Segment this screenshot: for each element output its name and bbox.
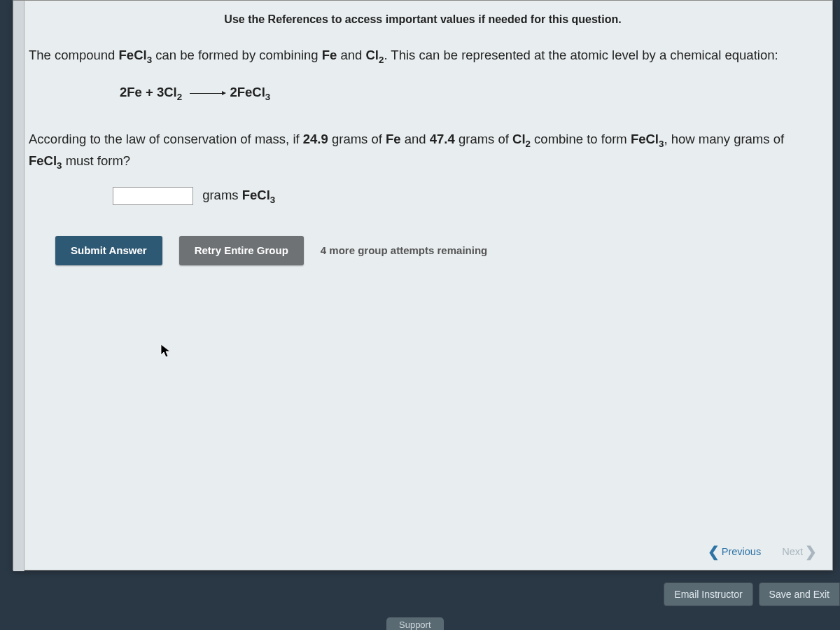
support-tab[interactable]: Support: [386, 617, 444, 630]
equation-right: 2FeCl: [230, 85, 265, 99]
unit-label: grams FeCl3: [202, 188, 275, 202]
product: FeCl3: [631, 132, 664, 146]
pagination-nav: ❮ Previous Next ❯: [708, 545, 817, 559]
save-exit-button[interactable]: Save and Exit: [759, 582, 840, 606]
subscript: 2: [177, 92, 182, 102]
question-body: The compound FeCl3 can be formed by comb…: [13, 46, 832, 265]
reactant: Cl2: [366, 48, 384, 62]
text-fragment: Cl: [512, 132, 526, 146]
text-fragment: According to the law of conservation of …: [29, 132, 303, 146]
species: Cl2: [512, 132, 531, 146]
mass-value: 24.9: [303, 132, 328, 146]
action-row: Submit Answer Retry Entire Group 4 more …: [29, 236, 817, 265]
references-hint: Use the References to access important v…: [13, 1, 832, 46]
nav-label: Previous: [722, 546, 761, 557]
subscript: 3: [57, 160, 62, 171]
product: FeCl3: [29, 153, 62, 168]
text-fragment: . This can be represented at the atomic …: [384, 48, 778, 62]
conservation-paragraph: According to the law of conservation of …: [29, 130, 817, 174]
text-fragment: combine to form: [531, 132, 631, 146]
text-fragment: grams: [202, 188, 242, 202]
equation-left: 2Fe + 3Cl: [120, 85, 177, 99]
unit-species: FeCl3: [242, 188, 276, 202]
reactant: Fe: [322, 48, 337, 62]
mass-value: 47.4: [430, 132, 455, 146]
previous-button[interactable]: ❮ Previous: [708, 545, 761, 559]
submit-answer-button[interactable]: Submit Answer: [55, 236, 162, 265]
scrollbar-left[interactable]: [13, 1, 24, 571]
text-fragment: must form?: [62, 153, 131, 168]
text-fragment: and: [401, 132, 430, 146]
chevron-right-icon: ❯: [805, 545, 817, 559]
text-fragment: , how many grams of: [664, 132, 784, 146]
email-instructor-button[interactable]: Email Instructor: [664, 582, 752, 606]
text-fragment: FeCl: [119, 48, 147, 62]
subscript: 2: [526, 138, 531, 148]
footer-actions: Email Instructor Save and Exit: [664, 582, 840, 606]
subscript: 3: [147, 55, 152, 65]
text-fragment: can be formed by combining: [152, 48, 322, 62]
question-panel: Use the References to access important v…: [13, 0, 833, 570]
nav-label: Next: [782, 546, 803, 557]
text-fragment: The compound: [29, 48, 119, 62]
subscript: 3: [270, 195, 275, 205]
chemical-equation: 2Fe + 3Cl2 2FeCl3: [29, 83, 817, 104]
next-button[interactable]: Next ❯: [782, 545, 817, 559]
text-fragment: FeCl: [631, 132, 659, 146]
subscript: 3: [265, 92, 270, 102]
text-fragment: Cl: [366, 48, 379, 62]
retry-group-button[interactable]: Retry Entire Group: [179, 236, 304, 265]
species: Fe: [386, 132, 401, 146]
text-fragment: FeCl: [242, 188, 270, 202]
attempts-remaining: 4 more group attempts remaining: [321, 242, 487, 258]
chevron-left-icon: ❮: [708, 545, 720, 559]
text-fragment: FeCl: [29, 153, 57, 168]
text-fragment: grams of: [328, 132, 386, 146]
answer-input[interactable]: [113, 187, 193, 205]
reaction-arrow-icon: [190, 93, 223, 94]
intro-paragraph: The compound FeCl3 can be formed by comb…: [29, 46, 817, 67]
answer-row: grams FeCl3: [29, 186, 817, 207]
compound-name: FeCl3: [119, 48, 153, 62]
text-fragment: and: [337, 48, 365, 62]
text-fragment: grams of: [455, 132, 512, 146]
